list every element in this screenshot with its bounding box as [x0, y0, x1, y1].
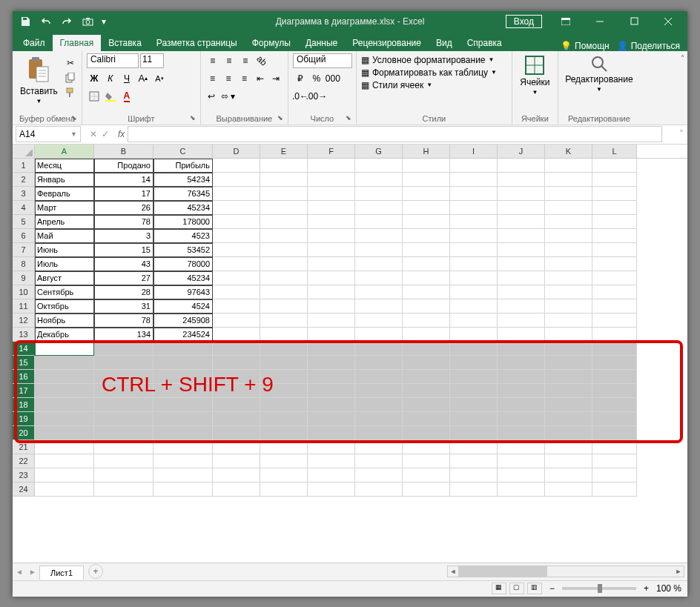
cell[interactable]: [355, 468, 403, 482]
cell[interactable]: [450, 426, 498, 440]
underline-button[interactable]: Ч: [119, 71, 134, 86]
font-color-button[interactable]: A: [119, 89, 134, 104]
cell[interactable]: [355, 384, 403, 398]
cell[interactable]: [153, 468, 213, 482]
cell[interactable]: 134: [94, 328, 153, 342]
currency-icon[interactable]: ₽: [293, 71, 308, 86]
cell[interactable]: [592, 370, 637, 384]
row-header[interactable]: 24: [13, 482, 35, 497]
cell[interactable]: [450, 299, 498, 314]
cell[interactable]: [308, 201, 355, 215]
cell[interactable]: [450, 384, 498, 398]
cell[interactable]: [498, 468, 545, 482]
cell[interactable]: [592, 356, 637, 370]
cell[interactable]: [545, 426, 592, 440]
row-header[interactable]: 19: [13, 412, 35, 426]
cell[interactable]: [592, 215, 637, 229]
cell[interactable]: [403, 229, 450, 243]
cell[interactable]: [213, 243, 260, 257]
copy-icon[interactable]: [64, 71, 77, 84]
cell[interactable]: [355, 426, 403, 440]
cell[interactable]: [213, 285, 260, 299]
view-page-break-icon[interactable]: ▥: [527, 583, 542, 594]
column-header[interactable]: B: [94, 145, 153, 158]
align-left-icon[interactable]: ≡: [205, 71, 219, 86]
cell[interactable]: [213, 229, 260, 243]
cell[interactable]: [308, 187, 355, 201]
column-header[interactable]: A: [35, 145, 94, 158]
cell[interactable]: [308, 440, 355, 454]
cell[interactable]: [403, 440, 450, 454]
cell[interactable]: [498, 398, 545, 412]
cell[interactable]: [35, 482, 94, 497]
cell[interactable]: 26: [94, 201, 153, 215]
borders-button[interactable]: [87, 89, 102, 104]
cell[interactable]: [592, 201, 637, 215]
tab-layout[interactable]: Разметка страницы: [149, 35, 245, 51]
row-header[interactable]: 7: [13, 243, 35, 257]
font-size-combo[interactable]: 11: [140, 53, 164, 68]
cell[interactable]: [545, 201, 592, 215]
decrease-decimal-icon[interactable]: .00→: [309, 89, 324, 104]
cell[interactable]: [450, 201, 498, 215]
sheet-tab[interactable]: Лист1: [39, 565, 84, 580]
cell[interactable]: [498, 159, 545, 173]
cell[interactable]: [213, 468, 260, 482]
cell[interactable]: [545, 356, 592, 370]
cell[interactable]: [592, 454, 637, 468]
cell[interactable]: [545, 299, 592, 314]
row-header[interactable]: 10: [13, 285, 35, 299]
cell[interactable]: [592, 328, 637, 342]
cell[interactable]: [213, 398, 260, 412]
cell[interactable]: [355, 215, 403, 229]
cell[interactable]: [94, 468, 153, 482]
cell[interactable]: [308, 328, 355, 342]
cell[interactable]: [260, 454, 308, 468]
cell[interactable]: [260, 243, 308, 257]
tab-insert[interactable]: Вставка: [101, 35, 149, 51]
tab-home[interactable]: Главная: [53, 35, 102, 51]
fx-icon[interactable]: fx: [115, 129, 128, 139]
italic-button[interactable]: К: [103, 71, 118, 86]
cell[interactable]: [153, 440, 213, 454]
cell[interactable]: [592, 398, 637, 412]
merge-cells-icon[interactable]: ⬄ ▾: [219, 89, 237, 104]
cell[interactable]: [260, 356, 308, 370]
cell[interactable]: [308, 342, 355, 356]
cell[interactable]: [355, 257, 403, 271]
column-header[interactable]: E: [260, 145, 308, 158]
login-button[interactable]: Вход: [506, 15, 542, 28]
row-header[interactable]: 18: [13, 398, 35, 412]
paste-button[interactable]: Вставить ▼: [17, 53, 61, 106]
cell[interactable]: [498, 356, 545, 370]
cell[interactable]: [355, 271, 403, 285]
format-as-table-button[interactable]: ▦Форматировать как таблицу▼: [361, 67, 507, 78]
column-header[interactable]: H: [403, 145, 450, 158]
cell[interactable]: [213, 440, 260, 454]
cell[interactable]: [213, 299, 260, 314]
cell[interactable]: [450, 257, 498, 271]
cell[interactable]: [355, 342, 403, 356]
cell[interactable]: [498, 201, 545, 215]
cell[interactable]: [545, 454, 592, 468]
cell[interactable]: [403, 328, 450, 342]
cell[interactable]: [545, 384, 592, 398]
cell[interactable]: [260, 201, 308, 215]
cell[interactable]: [308, 356, 355, 370]
cell[interactable]: [403, 314, 450, 328]
cell[interactable]: [403, 299, 450, 314]
cell[interactable]: Прибыль: [153, 159, 213, 173]
cell[interactable]: [260, 187, 308, 201]
tab-formulas[interactable]: Формулы: [245, 35, 298, 51]
cell[interactable]: [498, 440, 545, 454]
align-center-icon[interactable]: ≡: [221, 71, 235, 86]
redo-icon[interactable]: [57, 13, 76, 30]
cell[interactable]: [450, 314, 498, 328]
cell[interactable]: [35, 370, 94, 384]
cell[interactable]: [213, 215, 260, 229]
cell[interactable]: [260, 482, 308, 497]
cell[interactable]: [213, 356, 260, 370]
row-header[interactable]: 20: [13, 426, 35, 440]
cell[interactable]: [592, 159, 637, 173]
cell[interactable]: [403, 215, 450, 229]
